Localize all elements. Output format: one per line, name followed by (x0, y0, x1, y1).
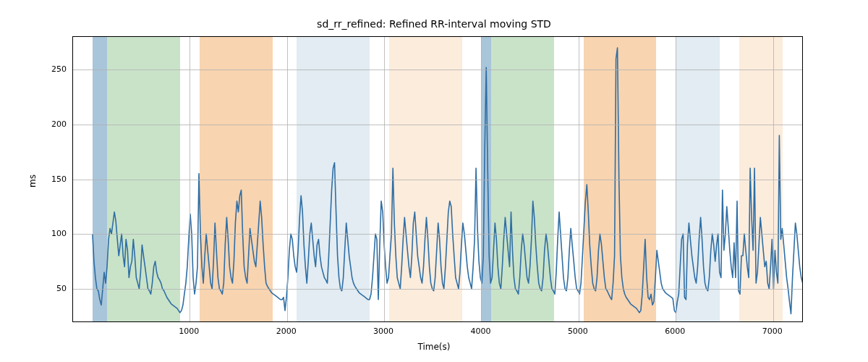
x-tick-label: 7000 (762, 327, 783, 336)
x-tick-label: 2000 (276, 327, 297, 336)
y-tick-label: 150 (51, 174, 67, 183)
x-tick-label: 3000 (373, 327, 393, 336)
gridline-horizontal (73, 234, 802, 235)
x-axis-label: Time(s) (0, 342, 868, 352)
data-line (93, 48, 803, 313)
y-tick-label: 200 (51, 119, 67, 128)
gridline-horizontal (73, 289, 802, 290)
y-axis-label: ms (27, 174, 38, 188)
gridline-horizontal (73, 125, 802, 125)
gridline-horizontal (73, 180, 802, 180)
chart-title: sd_rr_refined: Refined RR-interval movin… (0, 18, 868, 30)
gridline-horizontal (73, 70, 802, 70)
x-tick-label: 6000 (665, 327, 685, 336)
y-tick-label: 100 (51, 229, 67, 238)
x-tick-label: 5000 (568, 327, 588, 336)
x-tick-label: 4000 (470, 327, 490, 336)
y-tick-label: 250 (51, 64, 67, 74)
figure: sd_rr_refined: Refined RR-interval movin… (0, 0, 868, 362)
x-tick-label: 1000 (179, 327, 199, 336)
plot-area (72, 36, 803, 322)
y-tick-label: 50 (56, 283, 67, 292)
